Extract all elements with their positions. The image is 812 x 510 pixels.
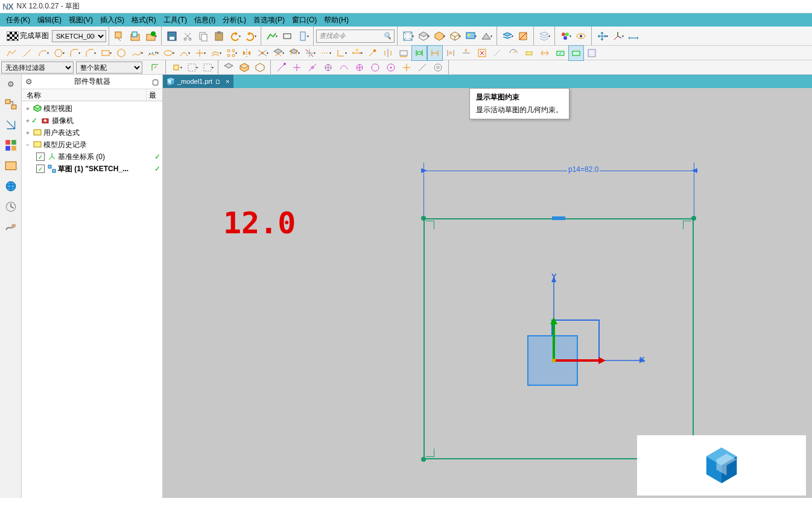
menu-tools[interactable]: 工具(T): [160, 14, 191, 27]
hd3d-icon[interactable]: [4, 159, 17, 172]
tree-model-view[interactable]: + 模型视图: [22, 102, 162, 115]
inferred-constraint-icon[interactable]: [521, 45, 537, 61]
menu-edit[interactable]: 编辑(E): [34, 14, 65, 27]
finish-sketch-button[interactable]: 完成草图: [4, 28, 52, 44]
redo-icon[interactable]: [243, 28, 258, 44]
profile-icon[interactable]: [264, 28, 279, 44]
sketch-vertex-tr[interactable]: [691, 216, 696, 221]
cut-icon[interactable]: [180, 28, 195, 44]
point-icon[interactable]: [295, 28, 311, 44]
rapid-dim-icon[interactable]: ⚡: [349, 45, 364, 61]
move-icon[interactable]: [594, 28, 610, 44]
dim-to-ref-icon[interactable]: [568, 45, 584, 61]
copy-icon[interactable]: [195, 28, 211, 44]
web-browser-icon[interactable]: [4, 180, 17, 193]
snap-existing-icon[interactable]: [352, 60, 367, 75]
rectangle-tool-icon[interactable]: [279, 28, 295, 44]
set-workpart-icon[interactable]: [584, 45, 600, 61]
convert-ref-icon[interactable]: [490, 45, 506, 61]
make-corner-icon[interactable]: [333, 45, 349, 61]
point-tool-icon[interactable]: [192, 45, 208, 61]
constraint-nav-icon[interactable]: [4, 118, 17, 131]
nav-settings-icon[interactable]: ⚙: [25, 77, 33, 86]
arc-icon[interactable]: [35, 45, 51, 61]
perimeter-dim-icon[interactable]: [396, 45, 411, 61]
menu-analyze[interactable]: 分析(L): [219, 14, 250, 27]
tree-camera[interactable]: + ✓ 摄像机: [22, 115, 162, 127]
quick-trim-icon[interactable]: [302, 45, 317, 61]
create-inferred-icon[interactable]: [537, 45, 553, 61]
fit-icon[interactable]: [400, 28, 416, 44]
mirror-curve-icon[interactable]: [239, 45, 255, 61]
snap-tangent-icon[interactable]: [399, 60, 414, 75]
sel-edge[interactable]: [252, 60, 268, 75]
chamfer-icon[interactable]: [82, 45, 98, 61]
tree-sketch-1[interactable]: ✓ 草图 (1) "SKETCH_... ✓: [22, 163, 162, 175]
layer-icon[interactable]: [500, 28, 515, 44]
assembly-nav-icon[interactable]: [4, 98, 17, 111]
snap-1[interactable]: [168, 60, 184, 75]
undo-icon[interactable]: [227, 28, 243, 44]
snap-quad-icon[interactable]: [336, 60, 352, 75]
snap-arc-ctr-icon[interactable]: [383, 60, 399, 75]
snap-pole-icon[interactable]: [430, 60, 446, 75]
menu-format[interactable]: 格式(R): [128, 14, 160, 27]
sel-body[interactable]: [236, 60, 252, 75]
intersection-point-icon[interactable]: [255, 45, 270, 61]
history-icon[interactable]: [4, 200, 17, 213]
menu-help[interactable]: 帮助(H): [320, 14, 352, 27]
col-latest[interactable]: 最: [147, 89, 162, 101]
sketch-canvas[interactable]: 显示草图约束 显示活动草图的几何约束。 12.0 p14=82.0: [163, 88, 812, 498]
auto-dim-icon[interactable]: A: [458, 45, 474, 61]
edit-display-icon[interactable]: [557, 28, 573, 44]
snap-mid-icon[interactable]: [305, 60, 320, 75]
geo-constraint-icon[interactable]: [364, 45, 380, 61]
conic-icon[interactable]: [176, 45, 192, 61]
auto-constrain-icon[interactable]: A: [443, 45, 458, 61]
tree-user-expr[interactable]: + 用户表达式: [22, 127, 162, 139]
show-remove-constraints-icon[interactable]: [474, 45, 490, 61]
show-hide-icon[interactable]: [573, 28, 589, 44]
orient-sketch-icon[interactable]: [112, 28, 127, 44]
snap-2[interactable]: [184, 60, 200, 75]
menu-view[interactable]: 视图(V): [65, 14, 97, 27]
ellipse-icon[interactable]: [160, 45, 176, 61]
zoom-icon[interactable]: [416, 28, 431, 44]
snap-ctr-icon[interactable]: [320, 60, 336, 75]
menu-info[interactable]: 信息(I): [191, 14, 219, 27]
pattern-curve-icon[interactable]: [223, 45, 239, 61]
sketch-name-dropdown[interactable]: SKETCH_000: [52, 30, 106, 42]
snap-intersect-icon[interactable]: [367, 60, 383, 75]
trueshading-icon[interactable]: [463, 28, 478, 44]
menu-window[interactable]: 窗口(O): [288, 14, 320, 27]
layers-settings-icon[interactable]: [536, 28, 552, 44]
offset-curve-icon[interactable]: [208, 45, 223, 61]
project-curve-icon[interactable]: [286, 45, 302, 61]
make-symmetric-icon[interactable]: [380, 45, 396, 61]
shade-icon[interactable]: [431, 28, 447, 44]
clip-icon[interactable]: [515, 28, 531, 44]
menu-task[interactable]: 任务(K): [2, 14, 34, 27]
fit-curve-icon[interactable]: [145, 45, 160, 61]
menu-prefs[interactable]: 首选项(P): [250, 14, 288, 27]
tree-datum-csys[interactable]: ✓ 基准坐标系 (0) ✓: [22, 151, 162, 163]
col-name[interactable]: 名称: [22, 89, 147, 101]
fillet-icon[interactable]: [66, 45, 82, 61]
wireframe-icon[interactable]: [447, 28, 463, 44]
menu-insert[interactable]: 插入(S): [97, 14, 128, 27]
dimension-label[interactable]: p14=82.0: [567, 165, 600, 174]
sketch-vertex-tl[interactable]: [421, 216, 426, 221]
tree-history[interactable]: − 模型历史记录: [22, 139, 162, 151]
reuse-lib-icon[interactable]: [4, 139, 17, 152]
csys-icon[interactable]: [610, 28, 626, 44]
nav-pin-icon[interactable]: ▢: [152, 78, 159, 86]
continuous-auto-dim-icon[interactable]: ✓: [553, 45, 568, 61]
profile-line-icon[interactable]: [4, 45, 19, 61]
show-constraints-icon[interactable]: [411, 45, 427, 61]
filter-btn-1[interactable]: [147, 60, 163, 75]
paste-icon[interactable]: [211, 28, 227, 44]
polygon-icon[interactable]: [113, 45, 129, 61]
csys-origin[interactable]: [549, 316, 609, 364]
show-dims-icon[interactable]: [427, 45, 443, 61]
sketch-vertex-bl[interactable]: [421, 457, 426, 462]
